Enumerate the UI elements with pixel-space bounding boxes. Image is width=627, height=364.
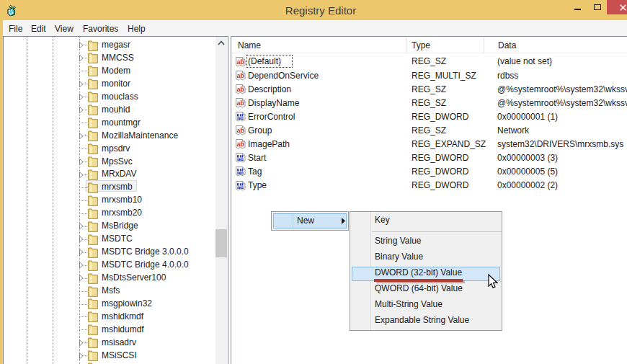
svg-text:ab: ab: [236, 99, 244, 107]
svg-text:ab: ab: [236, 58, 244, 66]
svg-text:ab: ab: [236, 141, 244, 148]
svg-text:ab: ab: [236, 127, 244, 134]
svg-text:ab: ab: [236, 86, 244, 93]
svg-text:ab: ab: [236, 72, 244, 79]
